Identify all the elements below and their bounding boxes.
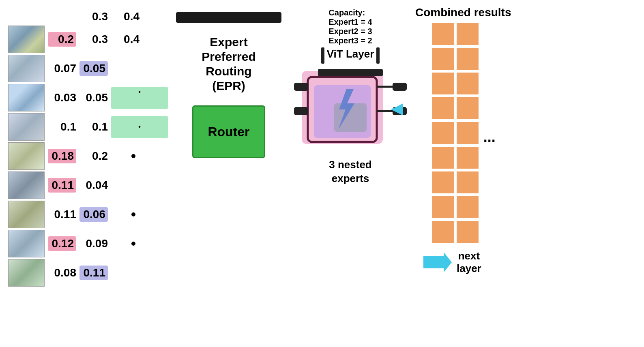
score-2-6: 0.06 [79,207,108,222]
table-row: 0.18 0.2 [8,142,168,170]
results-grid [431,22,479,244]
router-box-wrapper: Router [192,105,265,158]
epr-label: Expert Preferred Routing (EPR) [202,35,255,93]
score-1-5: 0.11 [48,178,76,193]
table-row: 0.11 0.04 [8,171,168,199]
nested-label: 3 nested experts [329,158,372,186]
grid-cell [431,47,455,71]
grid-cell [431,22,455,46]
grid-cell [456,220,479,244]
vit-section: Capacity: Expert1 = 4 Expert2 = 3 Expert… [294,8,407,186]
grid-cell [431,96,455,120]
token-image-5 [8,171,45,199]
svg-marker-15 [423,252,452,272]
table-row: 0.11 0.06 [8,201,168,228]
col-headers-row: 0.3 0.4 [48,10,168,23]
grid-cell [431,195,455,219]
token-image-8 [8,259,45,287]
capacity-info: Capacity: Expert1 = 4 Expert2 = 3 Expert… [328,8,372,45]
score-1-2: 0.03 [48,91,76,104]
col-header-1: 0.3 [79,10,108,23]
table-row: 0.2 0.3 0.4 [8,26,168,53]
token-image-1 [8,55,45,82]
grid-cell [456,121,479,145]
vit-bar-left [321,47,324,64]
capacity-title: Capacity: [328,8,372,17]
vit-layer-label: ViT Layer [327,48,374,60]
score-3-0: 0.4 [111,33,140,46]
grid-cell [456,146,479,169]
score-2-2: 0.05 [79,91,108,104]
grid-cell [431,72,455,95]
score-2-8: 0.11 [79,266,108,280]
router-label: Router [208,124,249,139]
main-container: 0.3 0.4 0.2 0.3 0.4 0.07 0.05 0.03 0 [0,0,644,347]
score-2-4: 0.2 [79,150,108,163]
score-2-3: 0.1 [79,120,108,133]
grid-cell [456,72,479,95]
score-2-0: 0.3 [79,33,108,46]
dot-7 [131,242,135,246]
svg-rect-12 [318,69,383,76]
table-row: 0.12 0.09 [8,230,168,257]
table-row: 0.1 0.1 • [8,113,168,141]
grid-cell [431,220,455,244]
grid-cell [431,146,455,169]
table-row: 0.08 0.11 [8,259,168,287]
vit-label-row: ViT Layer [321,47,380,64]
svg-rect-6 [393,83,406,90]
combined-results-title: Combined results [415,6,511,19]
green-highlight-2: • [111,87,168,109]
score-2-1: 0.05 [79,61,108,76]
token-image-6 [8,201,45,228]
grid-cell [456,171,479,194]
grid-cell [456,195,479,219]
token-image-7 [8,230,45,257]
epr-section: Expert Preferred Routing (EPR) Router [176,12,281,158]
ellipsis: ... [483,129,496,146]
grid-cell [456,47,479,71]
left-panel: 0.3 0.4 0.2 0.3 0.4 0.07 0.05 0.03 0 [8,10,168,287]
score-1-3: 0.1 [48,120,76,133]
score-1-8: 0.08 [48,266,76,279]
next-layer-label: next layer [457,250,481,275]
dot-4 [131,154,135,158]
score-2-5: 0.04 [79,179,108,192]
score-1-1: 0.07 [48,62,76,75]
score-1-0: 0.2 [48,32,76,47]
grid-cell [431,121,455,145]
token-image-0 [8,26,45,53]
score-2-7: 0.09 [79,237,108,250]
engine-svg [294,67,407,156]
capacity-expert3: Expert3 = 2 [328,36,372,45]
token-image-4 [8,142,45,170]
results-area: ... [431,22,496,244]
router-box: Router [192,105,265,158]
token-image-3 [8,113,45,141]
grid-cell [456,96,479,120]
next-layer-arrow [423,252,452,272]
combined-results-section: Combined results [415,6,511,275]
score-1-6: 0.11 [48,208,76,221]
capacity-expert1: Expert1 = 4 [328,17,372,27]
grid-cell [456,22,479,46]
table-row: 0.07 0.05 [8,55,168,82]
next-layer-row: next layer [423,250,481,275]
token-image-2 [8,84,45,111]
engine-illustration [294,67,407,156]
table-row: 0.03 0.05 • [8,84,168,111]
green-highlight-3: • [111,116,168,138]
black-bar [176,12,281,23]
capacity-expert2: Expert2 = 3 [328,27,372,36]
vit-bar-right [376,47,380,64]
score-1-4: 0.18 [48,149,76,163]
score-1-7: 0.12 [48,236,76,251]
dot-6 [131,212,135,216]
grid-cell [431,171,455,194]
col-header-2: 0.4 [111,10,140,23]
token-list: 0.2 0.3 0.4 0.07 0.05 0.03 0.05 • [8,26,168,287]
